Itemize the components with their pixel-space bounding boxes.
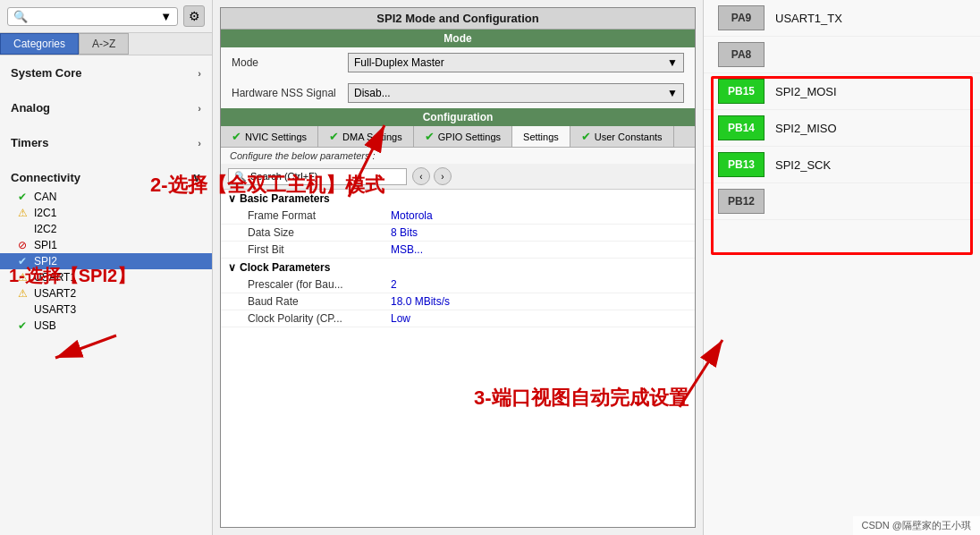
sidebar-item-usart3[interactable]: USART3 (0, 301, 212, 318)
prescaler-value: 2 (391, 278, 397, 291)
dialog-title: SPI2 Mode and Configuration (221, 8, 695, 30)
pin-box-pa8: PA8 (718, 42, 765, 67)
tab-user-constants[interactable]: ✔ User Constants (570, 126, 674, 147)
connectivity-label: Connectivity (11, 171, 80, 184)
check-icon-nvic: ✔ (232, 130, 241, 143)
usb-label: USB (34, 319, 56, 332)
param-search-box[interactable]: 🔍 Search (Ctrl+F) (228, 168, 407, 185)
warn-icon-i2c1: ⚠ (16, 207, 29, 219)
usart3-label: USART3 (34, 303, 76, 316)
baud-rate-value: 18.0 MBits/s (391, 295, 450, 308)
sidebar-item-can[interactable]: ✔ CAN (0, 189, 212, 205)
check-icon-gpio: ✔ (425, 130, 435, 143)
search-input[interactable] (31, 10, 156, 22)
sidebar-top: 🔍 ▼ ⚙ (0, 0, 212, 33)
mode-row: Mode Full-Duplex Master ▼ (221, 47, 695, 78)
gear-button[interactable]: ⚙ (183, 5, 205, 27)
nav-next-button[interactable]: › (434, 167, 452, 185)
baud-rate-name: Baud Rate (248, 295, 391, 308)
user-const-tab-label: User Constants (595, 132, 663, 142)
clock-params-section[interactable]: ∨ Clock Parameters (221, 259, 695, 276)
i2c2-label: I2C2 (34, 223, 56, 235)
search-box[interactable]: 🔍 ▼ (7, 7, 178, 26)
timers-label: Timers (11, 136, 48, 149)
param-prescaler: Prescaler (for Bau... 2 (221, 276, 695, 293)
section-timers: Timers › (0, 125, 212, 160)
settings-tab-label: Settings (523, 132, 559, 142)
sidebar-item-usart1[interactable]: ⚠ USART1 (0, 269, 212, 285)
sidebar-item-usart2[interactable]: ⚠ USART2 (0, 285, 212, 301)
dropdown-icon: ▼ (160, 10, 172, 23)
hardware-nss-value: Disab... (354, 87, 391, 99)
gpio-tab-label: GPIO Settings (438, 132, 501, 142)
config-tabs: ✔ NVIC Settings ✔ DMA Settings ✔ GPIO Se… (221, 126, 695, 148)
param-baud-rate: Baud Rate 18.0 MBits/s (221, 293, 695, 310)
tab-nvic-settings[interactable]: ✔ NVIC Settings (221, 126, 318, 147)
spi2-label: SPI2 (34, 255, 57, 268)
tab-gpio-settings[interactable]: ✔ GPIO Settings (414, 126, 512, 147)
clock-params-title: Clock Parameters (240, 261, 330, 274)
tab-settings[interactable]: Settings (512, 126, 570, 147)
pin-box-pb15: PB15 (718, 79, 765, 104)
section-header-timers[interactable]: Timers › (0, 131, 212, 155)
usart1-label: USART1 (34, 271, 76, 284)
mode-value: Full-Duplex Master (354, 56, 444, 69)
tab-dma-settings[interactable]: ✔ DMA Settings (318, 126, 414, 147)
analog-label: Analog (11, 101, 50, 115)
data-size-name: Data Size (248, 226, 391, 239)
dropdown-arrow-icon-2: ▼ (667, 87, 678, 99)
section-connectivity: Connectivity ∨ ✔ CAN ⚠ I2C1 I2C2 (0, 160, 212, 341)
hardware-nss-select[interactable]: Disab... ▼ (348, 83, 684, 103)
warn-icon-usart2: ⚠ (16, 287, 29, 300)
nvic-tab-label: NVIC Settings (245, 132, 307, 142)
sidebar-item-spi1[interactable]: ⊘ SPI1 (0, 237, 212, 253)
section-header-system-core[interactable]: System Core › (0, 61, 212, 85)
collapse-icon-clock: ∨ (228, 261, 236, 274)
section-system-core: System Core › (0, 55, 212, 90)
param-search-placeholder: Search (Ctrl+F) (250, 171, 318, 182)
connectivity-items: ✔ CAN ⚠ I2C1 I2C2 ⊘ SPI1 (0, 187, 212, 335)
param-data-size: Data Size 8 Bits (221, 225, 695, 242)
tab-az[interactable]: A->Z (79, 33, 129, 55)
param-clock-polarity: Clock Polarity (CP... Low (221, 310, 695, 327)
pin-row-pa9: PA9 USART1_TX (704, 0, 980, 37)
sidebar-item-i2c2[interactable]: I2C2 (0, 221, 212, 237)
connectivity-header[interactable]: Connectivity ∨ (0, 166, 212, 187)
pin-name-pa9: USART1_TX (775, 12, 842, 25)
pin-row-pb12: PB12 (704, 183, 980, 220)
chevron-down-icon: ∨ (192, 171, 201, 184)
pin-name-pb13: SPI2_SCK (775, 158, 831, 172)
chevron-right-icon-2: › (198, 103, 201, 114)
first-bit-name: First Bit (248, 243, 391, 256)
check-icon-usb: ✔ (16, 319, 29, 332)
nav-prev-button[interactable]: ‹ (412, 167, 430, 185)
footer-credit: CSDN @隔壁家的王小琪 (853, 516, 980, 535)
frame-format-name: Frame Format (248, 209, 391, 222)
sidebar-item-spi2[interactable]: ✔ SPI2 (0, 253, 212, 269)
check-icon-spi2: ✔ (16, 255, 29, 268)
config-dialog: SPI2 Mode and Configuration Mode Mode Fu… (220, 7, 696, 528)
frame-format-value: Motorola (391, 209, 433, 222)
mode-label: Mode (232, 56, 339, 69)
section-analog: Analog › (0, 90, 212, 125)
chevron-right-icon: › (198, 68, 201, 79)
config-section-header: Configuration (221, 108, 695, 126)
basic-params-section[interactable]: ∨ Basic Parameters (221, 190, 695, 208)
nav-arrows: ‹ › (412, 167, 452, 185)
sidebar-tabs: Categories A->Z (0, 33, 212, 55)
check-icon-dma: ✔ (329, 130, 339, 143)
mode-select[interactable]: Full-Duplex Master ▼ (348, 53, 684, 72)
pin-name-pb15: SPI2_MOSI (775, 85, 837, 98)
right-panel: PA9 USART1_TX PA8 PB15 SPI2_MOSI PB1 (703, 0, 980, 535)
tab-categories[interactable]: Categories (0, 33, 79, 55)
hardware-nss-label: Hardware NSS Signal (232, 87, 339, 99)
collapse-icon-basic: ∨ (228, 192, 236, 205)
spi1-label: SPI1 (34, 239, 57, 251)
pin-row-pb15: PB15 SPI2_MOSI (704, 73, 980, 110)
sidebar-item-i2c1[interactable]: ⚠ I2C1 (0, 205, 212, 221)
sidebar-item-usb[interactable]: ✔ USB (0, 318, 212, 334)
check-icon-user-const: ✔ (581, 130, 591, 143)
pin-area: PA9 USART1_TX PA8 PB15 SPI2_MOSI PB1 (704, 0, 980, 535)
section-header-analog[interactable]: Analog › (0, 96, 212, 120)
params-content: ∨ Basic Parameters Frame Format Motorola… (221, 190, 695, 527)
